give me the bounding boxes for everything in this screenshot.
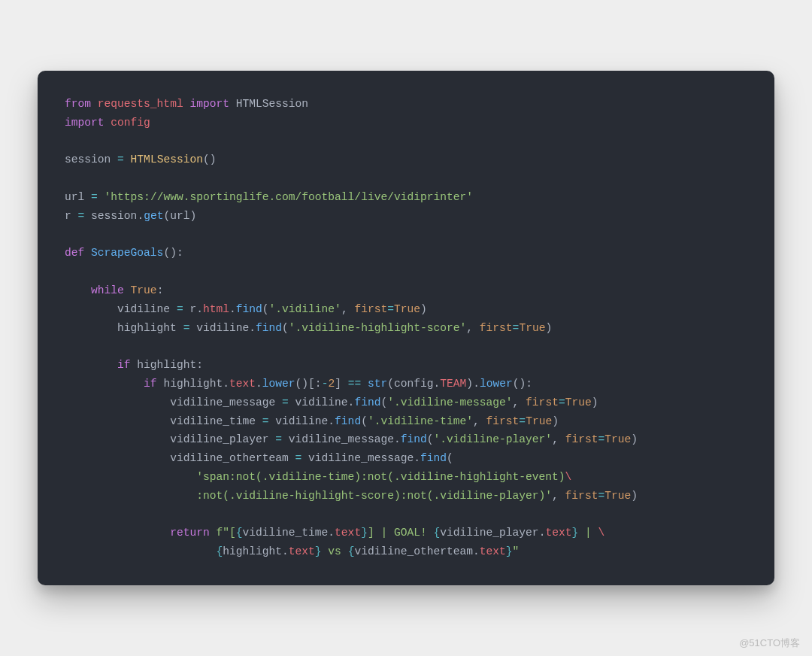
dot: . [473, 378, 480, 390]
object: config [394, 378, 434, 390]
fstring-brace: } [506, 545, 513, 557]
object: vidiline [196, 322, 249, 334]
param-name: first [480, 322, 513, 334]
function-call: find [256, 322, 282, 334]
paren: ( [163, 210, 170, 222]
indent [65, 378, 144, 390]
bool-true: True [131, 284, 157, 296]
attribute: text [335, 527, 361, 539]
string-literal: '.vidiline-time' [368, 415, 473, 427]
paren: ) [592, 396, 598, 408]
dot: . [223, 378, 229, 390]
param-name: first [565, 490, 598, 502]
object: vidiline_message [308, 452, 414, 464]
fstring-brace: { [216, 545, 223, 557]
function-call: lower [262, 378, 295, 390]
variable: vidiline_player [440, 527, 538, 539]
keyword-if: if [117, 359, 131, 371]
variable: url [65, 191, 84, 203]
attribute: text [545, 527, 571, 539]
indent [65, 527, 170, 539]
function-call: find [401, 433, 427, 445]
attribute: TEAM [440, 378, 466, 390]
argument: url [170, 210, 189, 222]
dot: . [394, 433, 401, 445]
module-name: config [111, 117, 150, 129]
variable: r [65, 210, 71, 222]
dot: . [196, 303, 203, 315]
colon: : [196, 359, 203, 371]
dot: . [414, 452, 420, 464]
string-literal: 'https://www.sportinglife.com/football/l… [105, 191, 473, 203]
string-literal: '.vidiline-highlight-score' [289, 322, 466, 334]
paren: ( [295, 378, 302, 390]
paren: ( [361, 415, 368, 427]
paren: ( [282, 322, 289, 334]
line-continuation: \ [565, 471, 572, 483]
attribute: text [229, 378, 256, 390]
comma: , [341, 303, 348, 315]
paren: ) [210, 153, 217, 166]
function-call: find [420, 452, 447, 464]
operator-eq: = [598, 433, 604, 445]
operator-eq: = [183, 322, 190, 334]
bool-true: True [604, 490, 631, 502]
object: vidiline [275, 415, 328, 427]
comma: , [473, 415, 480, 427]
indent [65, 433, 170, 445]
paren: ) [189, 210, 196, 222]
operator-eq: = [598, 490, 604, 502]
code-card: from requests_html import HTMLSession im… [38, 71, 774, 585]
param-name: first [354, 303, 387, 315]
fstring: f"[ [216, 527, 235, 539]
indent [65, 415, 170, 427]
indent [65, 303, 117, 315]
object: vidiline [295, 396, 348, 408]
keyword-if: if [144, 378, 157, 390]
operator-eqeq: == [348, 378, 362, 390]
fstring: | [578, 527, 598, 539]
dot: . [328, 527, 335, 539]
param-name: first [565, 433, 598, 445]
fstring-brace: { [433, 527, 440, 539]
keyword-from: from [65, 98, 91, 110]
bracket: ] [335, 378, 341, 390]
builtin-str: str [368, 378, 387, 390]
operator-eq: = [177, 303, 183, 315]
keyword-while: while [91, 284, 124, 296]
imported-item: HTMLSession [236, 98, 308, 110]
variable: vidiline_player [170, 433, 268, 445]
operator-eq: = [282, 396, 289, 408]
param-name: first [486, 415, 520, 427]
paren-colon: ): [170, 247, 183, 259]
class-name: HTMLSession [131, 153, 203, 166]
object: highlight [163, 378, 223, 390]
operator-eq: = [559, 396, 565, 408]
comma: , [552, 433, 559, 445]
paren: ) [466, 378, 473, 390]
indent [65, 396, 170, 408]
object: r [189, 303, 196, 315]
fstring-brace: } [361, 527, 368, 539]
keyword-return: return [170, 527, 210, 539]
indent [65, 471, 196, 483]
operator-eq: = [387, 303, 394, 315]
paren: ) [420, 303, 427, 315]
variable: vidiline_message [170, 396, 275, 408]
object: session [91, 210, 137, 222]
fstring: ] | GOAL! [368, 527, 434, 539]
bool-true: True [394, 303, 420, 315]
keyword-def: def [65, 247, 84, 259]
paren: ( [387, 378, 394, 390]
variable: session [65, 153, 111, 166]
paren: ( [262, 303, 269, 315]
condition: highlight [137, 359, 196, 371]
variable: vidiline [117, 303, 170, 315]
indent [65, 359, 117, 371]
operator-eq: = [275, 433, 282, 445]
fstring-brace: } [315, 545, 322, 557]
variable: highlight [223, 545, 282, 557]
comma: , [513, 396, 520, 408]
watermark: @51CTO博客 [739, 636, 800, 650]
string-literal: '.vidiline-player' [433, 433, 552, 445]
